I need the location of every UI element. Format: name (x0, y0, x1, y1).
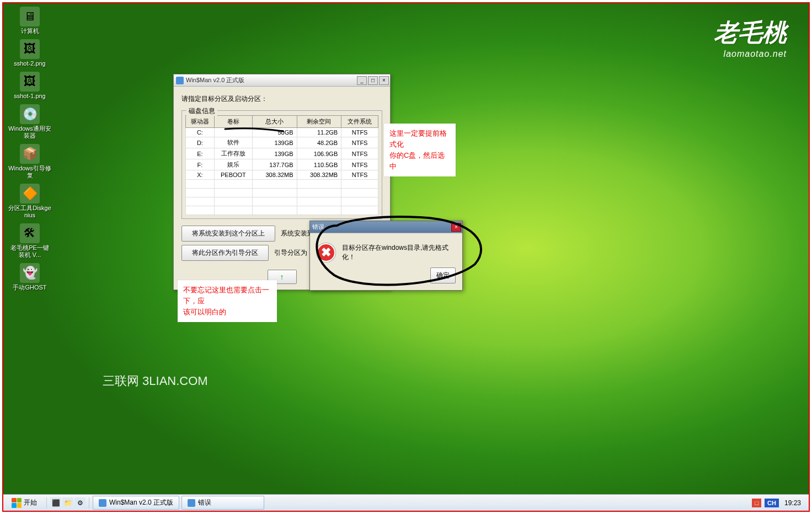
task-label: Win$Man v2.0 正式版 (109, 498, 173, 507)
cell-drive: X: (186, 170, 215, 180)
maximize-button[interactable]: □ (368, 76, 378, 85)
cell-free: 106.9GB (297, 148, 341, 159)
quick-launch: ⬛ 📁 ⚙ (46, 497, 89, 508)
taskbar-task-1[interactable]: 错误 (181, 496, 264, 510)
set-boot-partition-button[interactable]: 将此分区作为引导分区 (181, 245, 269, 261)
arrow-up-icon: ↑ (280, 272, 284, 281)
table-row-empty (186, 197, 378, 206)
annotation-note-2: 不要忘记这里也需要点击一下，应 该可以明白的 (178, 280, 277, 322)
table-row[interactable]: E:工作存放139GB106.9GBNTFS (186, 148, 378, 159)
desktop-icon-label: 计算机 (8, 28, 52, 35)
desktop-icon-2[interactable]: 🖼sshot-1.png (8, 72, 52, 100)
cell-free: 48.2GB (297, 137, 341, 148)
table-row[interactable]: X:PEBOOT308.32MB308.32MBNTFS (186, 170, 378, 180)
cell-fs: NTFS (341, 170, 378, 180)
error-close-button[interactable]: × (451, 223, 461, 232)
cell-total: 137.7GB (253, 159, 297, 170)
note1-line2: 你的C盘，然后选中 (389, 150, 450, 172)
cell-label: 软件 (214, 137, 252, 148)
cell-total: 308.32MB (253, 170, 297, 180)
desktop-icon-label: sshot-2.png (8, 60, 52, 67)
error-footer: 确定 (310, 267, 462, 290)
cell-drive: C: (186, 128, 215, 137)
table-row-empty (186, 189, 378, 197)
close-button[interactable]: × (379, 76, 389, 85)
window-title: Win$Man v2.0 正式版 (186, 76, 356, 84)
desktop-icon-label: Windows引导修复 (8, 165, 52, 179)
column-header[interactable]: 剩余空间 (297, 116, 341, 128)
winsman-titlebar[interactable]: Win$Man v2.0 正式版 _ □ × (174, 74, 390, 87)
desktop-icon-label: 老毛桃PE一键装机 V... (8, 244, 52, 259)
desktop-background[interactable]: 老毛桃 laomaotao.net 🖥计算机🖼sshot-2.png🖼sshot… (3, 3, 809, 494)
error-titlebar[interactable]: 错误 × (310, 221, 462, 233)
desktop-icon-image: 💿 (20, 104, 40, 124)
instruction-text: 请指定目标分区及启动分区： (181, 94, 382, 104)
cell-total: 50GB (253, 128, 297, 137)
desktop-icon-0[interactable]: 🖥计算机 (8, 7, 52, 35)
brand-logo: 老毛桃 laomaotao.net (714, 17, 787, 59)
cell-label: PEBOOT (214, 170, 252, 180)
cell-fs: NTFS (341, 137, 378, 148)
start-button[interactable]: 开始 (6, 496, 43, 510)
brand-title: 老毛桃 (714, 17, 787, 49)
taskbar-task-0[interactable]: Win$Man v2.0 正式版 (93, 496, 179, 510)
ime-indicator-2[interactable]: CH (765, 499, 779, 507)
minimize-button[interactable]: _ (357, 76, 367, 85)
error-ok-button[interactable]: 确定 (430, 267, 456, 283)
desktop-icon-5[interactable]: 🔶分区工具Diskgenius (8, 184, 52, 219)
task-icon (99, 499, 106, 507)
task-label: 错误 (198, 498, 211, 507)
install-to-partition-button[interactable]: 将系统安装到这个分区上 (181, 226, 275, 242)
note2-line1: 不要忘记这里也需要点击一下，应 (183, 285, 271, 307)
error-message: 目标分区存在windows目录,请先格式化！ (342, 243, 456, 262)
desktop-icon-7[interactable]: 👻手动GHOST (8, 263, 52, 291)
quick-launch-item-2[interactable]: 📁 (62, 497, 73, 508)
error-icon: ✖ (317, 243, 335, 262)
desktop-icon-image: 👻 (20, 263, 40, 283)
annotation-note-1: 这里一定要提前格式化 你的C盘，然后选中 (384, 124, 456, 176)
ime-indicator-1[interactable]: □ (752, 499, 761, 507)
column-header[interactable]: 驱动器 (186, 116, 215, 128)
system-tray: □ CH 19:23 (752, 499, 806, 507)
cell-label (214, 128, 252, 137)
column-header[interactable]: 总大小 (253, 116, 297, 128)
desktop-icons: 🖥计算机🖼sshot-2.png🖼sshot-1.png💿Windows通用安装… (8, 7, 52, 296)
cell-free: 11.2GB (297, 128, 341, 137)
quick-launch-item-1[interactable]: ⬛ (50, 497, 61, 508)
desktop-icon-3[interactable]: 💿Windows通用安装器 (8, 104, 52, 140)
cell-drive: F: (186, 159, 215, 170)
quick-launch-item-3[interactable]: ⚙ (74, 497, 86, 508)
cell-label: 工作存放 (214, 148, 252, 159)
start-label: 开始 (24, 498, 37, 507)
app-icon (176, 77, 184, 84)
desktop-icon-label: 手动GHOST (8, 284, 52, 291)
cell-fs: NTFS (341, 128, 378, 137)
task-buttons: Win$Man v2.0 正式版错误 (93, 496, 266, 510)
desktop-icon-image: 🛠 (20, 223, 40, 243)
column-header[interactable]: 文件系统 (341, 116, 378, 128)
brand-subtitle: laomaotao.net (714, 49, 787, 59)
desktop-icon-1[interactable]: 🖼sshot-2.png (8, 39, 52, 67)
note2-line2: 该可以明白的 (183, 307, 271, 318)
boot-status-label: 引导分区为 (274, 248, 307, 258)
table-row[interactable]: F:娱乐137.7GB110.5GBNTFS (186, 159, 378, 170)
disk-table[interactable]: 驱动器卷标总大小剩余空间文件系统 C:50GB11.2GBNTFSD:软件139… (185, 115, 378, 215)
clock[interactable]: 19:23 (782, 499, 803, 507)
error-dialog: 错误 × ✖ 目标分区存在windows目录,请先格式化！ 确定 (309, 221, 463, 291)
desktop-icon-label: Windows通用安装器 (8, 125, 52, 140)
table-row[interactable]: C:50GB11.2GBNTFS (186, 128, 378, 137)
desktop-icon-label: 分区工具Diskgenius (8, 205, 52, 219)
desktop-icon-image: 🖼 (20, 39, 40, 59)
disk-info-group: 磁盘信息 驱动器卷标总大小剩余空间文件系统 C:50GB11.2GBNTFSD:… (181, 110, 382, 219)
desktop-icon-label: sshot-1.png (8, 93, 52, 100)
desktop-icon-6[interactable]: 🛠老毛桃PE一键装机 V... (8, 223, 52, 259)
table-row[interactable]: D:软件139GB48.2GBNTFS (186, 137, 378, 148)
cell-fs: NTFS (341, 159, 378, 170)
cell-free: 308.32MB (297, 170, 341, 180)
desktop-icon-image: 🖥 (20, 7, 40, 26)
desktop-icon-4[interactable]: 📦Windows引导修复 (8, 144, 52, 179)
table-row-empty (186, 180, 378, 189)
column-header[interactable]: 卷标 (214, 116, 252, 128)
group-title: 磁盘信息 (186, 106, 217, 116)
table-row-empty (186, 206, 378, 215)
